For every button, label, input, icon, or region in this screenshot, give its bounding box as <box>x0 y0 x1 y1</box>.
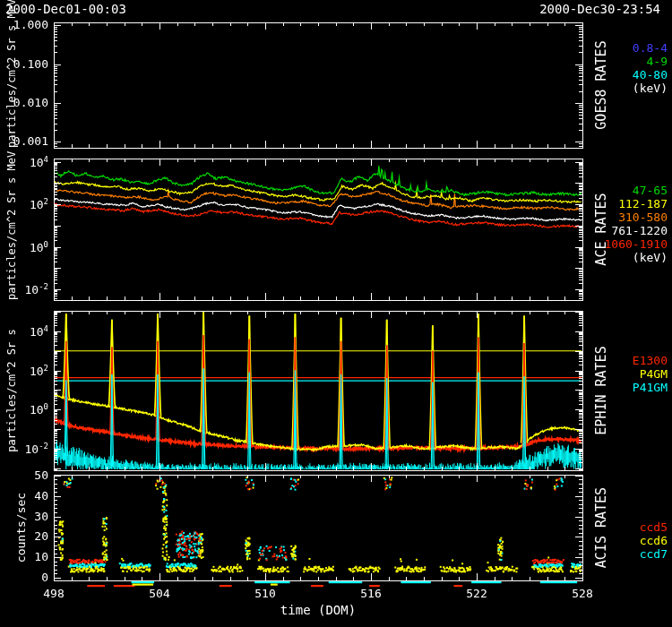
x-tick-label: 522 <box>450 587 504 600</box>
panel-title-acis: ACIS RATES <box>593 475 609 580</box>
legend-40-80: 40-80 <box>633 68 668 82</box>
legend-(keV): (keV) <box>633 251 668 264</box>
y-tick-label: 20 <box>0 529 48 543</box>
y-tick-label: 0.010 <box>0 96 48 109</box>
panel-title-ephin: EPHIN RATES <box>593 311 609 470</box>
y-axis-label-goes8: particles/cm^2 Sr s MeV <box>5 22 18 148</box>
legend-1060-1910: 1060-1910 <box>605 237 668 251</box>
legend-ccd7: ccd7 <box>640 547 668 561</box>
y-tick-label: 1.000 <box>0 18 48 31</box>
legend-310-580: 310-580 <box>618 210 668 224</box>
y-tick-label: 50 <box>0 468 48 482</box>
screen: 2000-Dec01-00:03 2000-Dec30-23:54 partic… <box>0 0 672 627</box>
y-tick-label: 104 <box>0 155 48 169</box>
y-tick-label: 104 <box>0 324 48 339</box>
y-tick-label: 100 <box>0 240 48 254</box>
legend-P4GM: P4GM <box>640 367 668 381</box>
y-tick-label: 10-2 <box>0 442 48 456</box>
x-axis-label: time (DOM) <box>228 603 408 617</box>
y-tick-label: 0 <box>0 571 48 584</box>
y-tick-label: 40 <box>0 489 48 502</box>
x-tick-label: 516 <box>344 587 398 600</box>
panel-title-ace: ACE RATES <box>593 159 609 300</box>
x-tick-label: 504 <box>133 587 186 600</box>
y-tick-label: 102 <box>0 364 48 378</box>
legend-ccd5: ccd5 <box>640 520 668 534</box>
start-time-label: 2000-Dec01-00:03 <box>5 2 126 16</box>
legend-761-1220: 761-1220 <box>611 224 668 237</box>
legend-0.8-4: 0.8-4 <box>633 41 668 55</box>
legend-P41GM: P41GM <box>633 381 668 394</box>
legend-(keV): (keV) <box>633 82 668 95</box>
panel-title-goes8: GOES8 RATES <box>593 22 609 148</box>
x-tick-label: 528 <box>556 587 609 600</box>
y-axis-label-ace: particles/cm^2 Sr s MeV <box>5 159 18 300</box>
legend-4-9: 4-9 <box>647 55 668 68</box>
plot-canvas <box>0 0 672 627</box>
y-tick-label: 10 <box>0 550 48 563</box>
legend-47-65: 47-65 <box>633 184 668 197</box>
y-tick-label: 0.001 <box>0 134 48 148</box>
y-tick-label: 10-2 <box>0 282 48 296</box>
legend-ccd6: ccd6 <box>640 534 668 547</box>
y-tick-label: 102 <box>0 197 48 211</box>
legend-E1300: E1300 <box>633 354 668 367</box>
y-tick-label: 0.100 <box>0 57 48 71</box>
x-tick-label: 498 <box>27 587 81 600</box>
x-tick-label: 510 <box>238 587 292 600</box>
legend-112-187: 112-187 <box>618 197 668 210</box>
end-time-label: 2000-Dec30-23:54 <box>539 2 660 16</box>
y-tick-label: 100 <box>0 402 48 417</box>
y-tick-label: 30 <box>0 510 48 523</box>
